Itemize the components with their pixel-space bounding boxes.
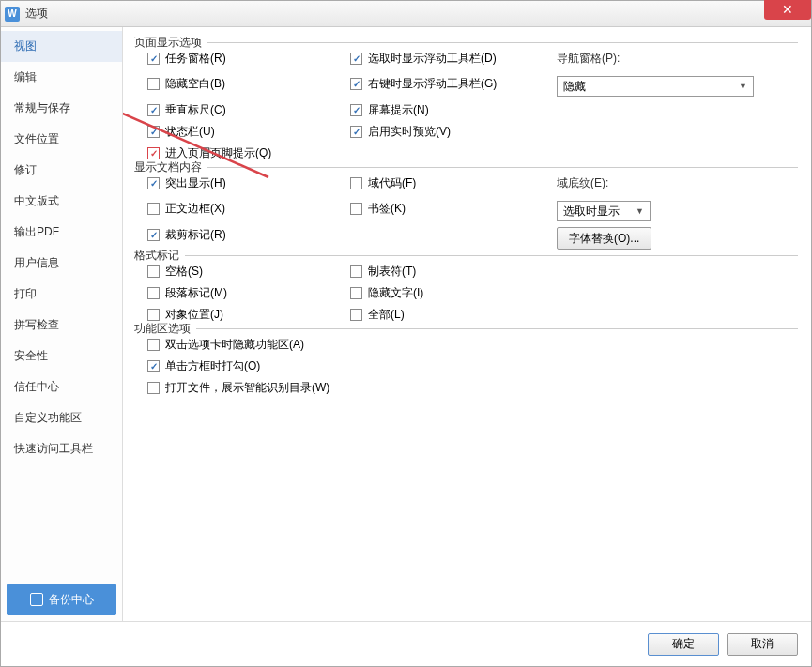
sidebar-item-label: 用户信息 xyxy=(14,256,59,269)
section-legend: 格式标记 xyxy=(134,248,185,264)
checkbox-icon xyxy=(350,309,362,321)
backup-label: 备份中心 xyxy=(49,592,94,608)
check-tabs[interactable]: 制表符(T) xyxy=(350,264,557,280)
checkbox-icon xyxy=(147,78,160,90)
check-paragraph-marks[interactable]: 段落标记(M) xyxy=(147,285,350,301)
check-hide-blank[interactable]: 隐藏空白(B) xyxy=(147,76,350,92)
sidebar-item-revision[interactable]: 修订 xyxy=(1,155,122,186)
sidebar-item-label: 视图 xyxy=(14,39,37,53)
check-click-checkbox[interactable]: 单击方框时打勾(O) xyxy=(147,358,260,374)
field-shading-select[interactable]: 选取时显示▼ xyxy=(557,201,651,221)
check-smart-toc[interactable]: 打开文件，展示智能识别目录(W) xyxy=(147,380,329,396)
sidebar-item-cn-layout[interactable]: 中文版式 xyxy=(1,186,122,217)
section-legend: 显示文档内容 xyxy=(134,159,207,175)
options-dialog: W 选项 ✕ 视图 编辑 常规与保存 文件位置 修订 中文版式 输出PDF 用户… xyxy=(0,0,812,667)
sidebar-item-trust-center[interactable]: 信任中心 xyxy=(1,371,122,402)
check-bookmarks[interactable]: 书签(K) xyxy=(350,201,557,217)
window-title: 选项 xyxy=(25,6,48,22)
content-pane: 页面显示选项 任务窗格(R) 选取时显示浮动工具栏(D) 导航窗格(P): 隐藏… xyxy=(123,27,811,621)
sidebar-item-label: 信任中心 xyxy=(14,380,59,393)
checkbox-icon xyxy=(350,287,362,299)
check-screentip[interactable]: 屏幕提示(N) xyxy=(350,102,557,118)
checkbox-icon xyxy=(350,78,362,90)
sidebar-item-label: 编辑 xyxy=(14,70,37,83)
nav-pane-select[interactable]: 隐藏▼ xyxy=(557,76,754,97)
check-doubleclick-hide-ribbon[interactable]: 双击选项卡时隐藏功能区(A) xyxy=(147,337,304,353)
sidebar: 视图 编辑 常规与保存 文件位置 修订 中文版式 输出PDF 用户信息 打印 拼… xyxy=(1,27,123,621)
sidebar-item-label: 中文版式 xyxy=(14,194,59,207)
sidebar-item-file-location[interactable]: 文件位置 xyxy=(1,124,122,155)
check-spaces[interactable]: 空格(S) xyxy=(147,264,350,280)
sidebar-item-customize-ribbon[interactable]: 自定义功能区 xyxy=(1,402,122,433)
check-highlight[interactable]: 突出显示(H) xyxy=(147,175,350,191)
sidebar-item-output-pdf[interactable]: 输出PDF xyxy=(1,217,122,248)
sidebar-item-label: 输出PDF xyxy=(14,225,59,238)
sidebar-item-print[interactable]: 打印 xyxy=(1,279,122,310)
section-legend: 页面显示选项 xyxy=(134,35,207,51)
sidebar-item-label: 安全性 xyxy=(14,349,48,362)
check-float-toolbar-rclick[interactable]: 右键时显示浮动工具栏(G) xyxy=(350,76,557,92)
check-live-preview[interactable]: 启用实时预览(V) xyxy=(350,124,557,140)
checkbox-icon xyxy=(350,265,362,278)
field-shading-label: 域底纹(E): xyxy=(557,175,798,191)
checkbox-icon xyxy=(147,126,160,138)
sidebar-item-general-save[interactable]: 常规与保存 xyxy=(1,93,122,124)
checkbox-icon xyxy=(147,265,160,278)
checkbox-icon xyxy=(147,287,160,299)
check-field-codes[interactable]: 域代码(F) xyxy=(350,175,557,191)
checkbox-icon xyxy=(350,104,362,116)
font-substitute-button[interactable]: 字体替换(O)... xyxy=(557,227,651,250)
section-doc-content: 显示文档内容 突出显示(H) 域代码(F) 域底纹(E): 正文边框(X) 书签… xyxy=(134,167,798,250)
cancel-button[interactable]: 取消 xyxy=(727,633,798,656)
ok-button[interactable]: 确定 xyxy=(648,633,719,656)
check-float-toolbar-select[interactable]: 选取时显示浮动工具栏(D) xyxy=(350,51,557,67)
section-format-marks: 格式标记 空格(S) 制表符(T) 段落标记(M) 隐藏文字(I) 对象位置(J… xyxy=(134,255,798,323)
sidebar-item-label: 打印 xyxy=(14,287,37,300)
checkbox-icon xyxy=(350,53,362,65)
sidebar-item-label: 修订 xyxy=(14,163,37,176)
sidebar-item-label: 文件位置 xyxy=(14,132,59,145)
checkbox-icon xyxy=(147,360,160,372)
checkbox-icon xyxy=(147,229,160,241)
section-ribbon: 功能区选项 双击选项卡时隐藏功能区(A) 单击方框时打勾(O) 打开文件，展示智… xyxy=(134,328,798,396)
checkbox-icon xyxy=(350,177,362,189)
section-legend: 功能区选项 xyxy=(134,321,196,337)
sidebar-item-user-info[interactable]: 用户信息 xyxy=(1,248,122,279)
sidebar-item-edit[interactable]: 编辑 xyxy=(1,62,122,93)
dialog-footer: 确定 取消 xyxy=(1,621,811,666)
backup-icon xyxy=(30,593,43,606)
checkbox-icon xyxy=(147,147,160,159)
checkbox-icon xyxy=(147,104,160,116)
sidebar-item-quick-access[interactable]: 快速访问工具栏 xyxy=(1,433,122,464)
sidebar-item-label: 常规与保存 xyxy=(14,101,70,114)
checkbox-icon xyxy=(147,177,160,189)
check-crop-marks[interactable]: 裁剪标记(R) xyxy=(147,227,350,243)
checkbox-icon xyxy=(147,382,160,394)
sidebar-item-label: 拼写检查 xyxy=(14,318,59,331)
chevron-down-icon: ▼ xyxy=(739,82,747,91)
nav-pane-label: 导航窗格(P): xyxy=(557,51,798,67)
section-page-display: 页面显示选项 任务窗格(R) 选取时显示浮动工具栏(D) 导航窗格(P): 隐藏… xyxy=(134,42,798,161)
check-status-bar[interactable]: 状态栏(U) xyxy=(147,124,350,140)
check-hidden-text[interactable]: 隐藏文字(I) xyxy=(350,285,557,301)
sidebar-item-security[interactable]: 安全性 xyxy=(1,341,122,371)
checkbox-icon xyxy=(147,203,160,215)
sidebar-item-view[interactable]: 视图 xyxy=(1,31,122,62)
backup-center-button[interactable]: 备份中心 xyxy=(7,584,116,615)
checkbox-icon xyxy=(147,339,160,351)
sidebar-item-spellcheck[interactable]: 拼写检查 xyxy=(1,310,122,341)
sidebar-item-label: 快速访问工具栏 xyxy=(14,442,93,455)
titlebar: W 选项 ✕ xyxy=(1,1,811,27)
chevron-down-icon: ▼ xyxy=(636,206,644,216)
check-task-pane[interactable]: 任务窗格(R) xyxy=(147,51,350,67)
sidebar-item-label: 自定义功能区 xyxy=(14,411,82,424)
checkbox-icon xyxy=(350,203,362,215)
check-all[interactable]: 全部(L) xyxy=(350,307,557,323)
checkbox-icon xyxy=(147,309,160,321)
check-body-border[interactable]: 正文边框(X) xyxy=(147,201,350,217)
checkbox-icon xyxy=(350,126,362,138)
check-vertical-ruler[interactable]: 垂直标尺(C) xyxy=(147,102,350,118)
close-button[interactable]: ✕ xyxy=(764,0,811,20)
checkbox-icon xyxy=(147,53,160,65)
app-icon: W xyxy=(5,7,20,22)
